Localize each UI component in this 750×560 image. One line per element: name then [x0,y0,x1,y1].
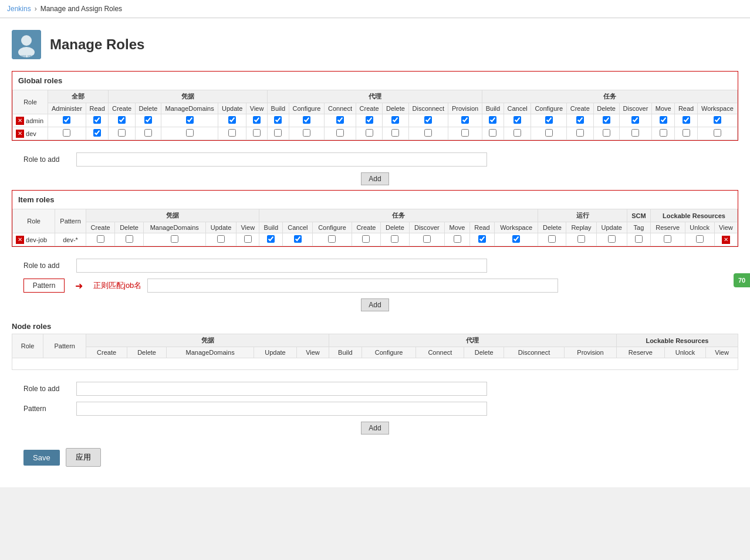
node-col-delete: Delete [127,347,167,358]
permission-checkbox[interactable] [513,129,521,137]
permission-checkbox[interactable] [603,129,610,137]
global-roles-label: Global roles [12,72,68,90]
permission-checkbox[interactable] [93,116,101,124]
permission-checkbox[interactable] [63,116,70,124]
item-permission-checkbox[interactable] [512,235,520,243]
node-pattern-input[interactable] [76,402,487,416]
permission-checkbox[interactable] [336,116,344,124]
permission-checkbox[interactable] [603,116,610,124]
global-col-managedomains: ManageDomains [161,103,218,114]
delete-item-row-button2[interactable]: ✕ [722,236,730,244]
permission-checkbox[interactable] [303,116,310,124]
permission-checkbox[interactable] [186,129,194,137]
permission-checkbox[interactable] [545,129,553,137]
global-add-button[interactable]: Add [361,172,388,185]
permission-checkbox[interactable] [303,129,310,137]
permission-checkbox[interactable] [545,116,553,124]
item-role-to-add-input[interactable] [76,259,487,273]
permission-checkbox[interactable] [366,116,373,124]
permission-checkbox[interactable] [118,116,126,124]
breadcrumb-home[interactable]: Jenkins [7,5,31,13]
apply-button[interactable]: 应用 [66,448,101,467]
delete-row-button[interactable]: ✕ [16,117,24,125]
floating-button[interactable]: 70 [734,273,750,287]
permission-checkbox[interactable] [683,116,690,124]
delete-row-button[interactable]: ✕ [16,130,24,138]
permission-checkbox[interactable] [461,116,469,124]
permission-checkbox[interactable] [424,116,432,124]
permission-checkbox[interactable] [391,129,399,137]
item-permission-checkbox[interactable] [294,235,302,243]
item-permission-checkbox[interactable] [244,235,252,243]
permission-checkbox[interactable] [489,129,496,137]
global-col-disconnect: Disconnect [408,103,448,114]
permission-checkbox[interactable] [93,129,101,137]
permission-checkbox[interactable] [714,129,721,137]
item-permission-checkbox[interactable] [391,235,398,243]
permission-checkbox[interactable] [228,116,236,124]
permission-checkbox[interactable] [489,116,496,124]
item-permission-checkbox[interactable] [423,235,431,243]
permission-checkbox[interactable] [714,116,721,124]
permission-checkbox[interactable] [660,129,667,137]
permission-checkbox[interactable] [631,116,639,124]
item-permission-checkbox[interactable] [608,235,616,243]
permission-checkbox[interactable] [366,129,373,137]
item-pattern-input[interactable] [147,279,558,293]
table-row: ✕ dev [13,127,738,140]
permission-checkbox[interactable] [118,129,126,137]
item-scm-group: SCM [627,209,650,222]
permission-checkbox[interactable] [274,129,282,137]
save-button[interactable]: Save [23,450,60,466]
svg-point-1 [21,35,32,46]
node-lockable-group: Lockable Resources [616,334,738,347]
permission-checkbox[interactable] [576,129,584,137]
permission-checkbox[interactable] [660,116,667,124]
item-permission-checkbox[interactable] [267,235,275,243]
item-pattern-row: Pattern ➜ 正则匹配job名 [23,279,727,293]
item-permission-checkbox[interactable] [664,235,671,243]
permission-checkbox[interactable] [253,129,261,137]
item-col-view: View [714,222,737,233]
item-permission-checkbox[interactable] [97,235,104,243]
node-add-button[interactable]: Add [361,422,388,435]
item-add-button[interactable]: Add [361,298,388,311]
item-col-delete: Delete [538,222,566,233]
permission-checkbox[interactable] [144,129,152,137]
permission-checkbox[interactable] [683,129,690,137]
node-agent-group: 代理 [329,334,616,347]
item-permission-checkbox[interactable] [696,235,704,243]
item-permission-checkbox[interactable] [171,235,178,243]
item-run-group: 运行 [538,209,627,222]
item-permission-checkbox[interactable] [217,235,225,243]
permission-checkbox[interactable] [513,116,521,124]
permission-checkbox[interactable] [461,129,469,137]
permission-checkbox[interactable] [253,116,261,124]
permission-checkbox[interactable] [391,116,399,124]
permission-checkbox[interactable] [424,129,432,137]
table-row: ✕ admin [13,114,738,127]
item-permission-checkbox[interactable] [126,235,133,243]
permission-checkbox[interactable] [576,116,584,124]
item-permission-checkbox[interactable] [478,235,486,243]
item-permission-checkbox[interactable] [454,235,461,243]
permission-checkbox[interactable] [631,129,639,137]
item-permission-checkbox[interactable] [328,235,336,243]
node-role-to-add-input[interactable] [76,382,487,396]
item-role-to-add-row: Role to add [23,259,727,273]
item-permission-checkbox[interactable] [577,235,585,243]
permission-checkbox[interactable] [63,129,70,137]
node-add-row: Add [12,422,738,435]
permission-checkbox[interactable] [186,116,194,124]
item-permission-checkbox[interactable] [362,235,370,243]
delete-item-row-button[interactable]: ✕ [16,236,24,244]
global-col-create: Create [567,103,593,114]
permission-checkbox[interactable] [336,129,344,137]
permission-checkbox[interactable] [144,116,152,124]
permission-checkbox[interactable] [274,116,282,124]
item-permission-checkbox[interactable] [635,235,643,243]
item-pattern-header: Pattern [55,209,86,233]
item-permission-checkbox[interactable] [548,235,556,243]
permission-checkbox[interactable] [228,129,236,137]
global-role-to-add-input[interactable] [76,152,487,167]
